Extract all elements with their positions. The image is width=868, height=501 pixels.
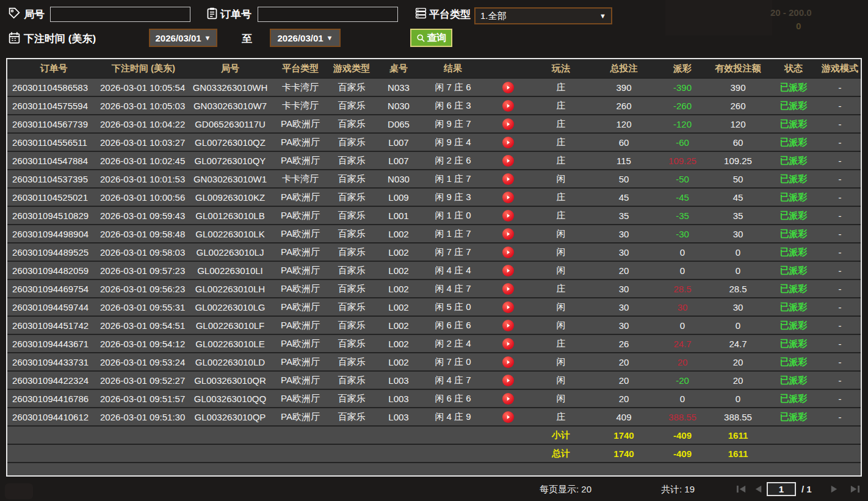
result-cell: 闲 2 庄 4	[421, 338, 485, 350]
subtotal-row: 小计 1740 -409 1611	[7, 425, 861, 444]
col-payout: 派彩	[657, 63, 708, 74]
table-no-cell: N033	[376, 82, 421, 93]
last-page-icon[interactable]	[850, 485, 860, 494]
table-no-cell: D065	[376, 119, 421, 129]
video-cell	[485, 191, 531, 203]
play-video-icon[interactable]	[502, 100, 514, 112]
game-mode-cell: -	[819, 156, 861, 166]
order-id-cell: 260301094510829	[7, 211, 100, 221]
total-bet-cell: 30	[591, 284, 657, 294]
total-bet-cell: 30	[591, 320, 657, 331]
play-video-icon[interactable]	[502, 173, 514, 185]
result-cell: 闲 9 庄 3	[421, 192, 485, 203]
table-no-cell: L007	[376, 137, 421, 148]
per-page-text: 每页显示: 20	[540, 484, 591, 496]
bet-time-cell: 2026-03-01 09:54:12	[100, 339, 187, 349]
play-video-icon[interactable]	[502, 301, 514, 313]
game-mode-cell: -	[819, 82, 861, 93]
play-video-icon[interactable]	[502, 320, 514, 331]
valid-bet-cell: 24.7	[708, 339, 768, 349]
platform-cell: PA欧洲厅	[273, 210, 327, 222]
result-cell: 闲 7 庄 7	[421, 247, 485, 258]
play-video-icon[interactable]	[502, 155, 514, 167]
table-empty-filler	[7, 462, 861, 475]
table-row: 260301094416786 2026-03-01 09:51:57 GL00…	[7, 389, 861, 407]
date-from-select[interactable]: 2026/03/01 ▼	[149, 29, 217, 47]
date-to-select[interactable]: 2026/03/01 ▼	[270, 29, 341, 47]
play-video-icon[interactable]	[502, 375, 514, 386]
status-badge: 已派彩	[768, 265, 819, 276]
bet-time-cell: 2026-03-01 10:04:22	[100, 119, 187, 129]
total-row: 总计 1740 -409 1611	[7, 444, 861, 462]
valid-bet-cell: 30	[708, 302, 768, 312]
result-cell: 闲 4 庄 9	[421, 411, 485, 423]
next-page-icon[interactable]	[829, 485, 839, 494]
query-button[interactable]: 查询	[410, 29, 452, 47]
order-no-input[interactable]	[258, 7, 398, 22]
play-video-icon[interactable]	[502, 265, 514, 276]
game-mode-cell: -	[819, 302, 861, 312]
total-bet-cell: 45	[591, 192, 657, 203]
bet-time-cell: 2026-03-01 09:57:23	[100, 265, 187, 276]
platform-cell: PA欧洲厅	[273, 411, 327, 423]
total-bet-cell: 20	[591, 394, 657, 404]
result-cell: 闲 4 庄 7	[421, 283, 485, 295]
play-type-cell: 庄	[531, 283, 591, 295]
total-bet-cell: 260	[591, 101, 657, 111]
table-row: 260301094482059 2026-03-01 09:57:23 GL00…	[7, 261, 861, 279]
play-video-icon[interactable]	[502, 118, 514, 130]
order-id-cell: 260301094451742	[7, 320, 100, 331]
platform-type-select[interactable]: 1.全部 ▼	[474, 7, 612, 24]
video-cell	[485, 392, 531, 405]
valid-bet-cell: 390	[708, 82, 768, 93]
play-video-icon[interactable]	[502, 228, 514, 240]
first-page-icon[interactable]	[736, 485, 747, 494]
date-to-value: 2026/03/01	[278, 33, 324, 43]
play-video-icon[interactable]	[502, 338, 514, 350]
table-row: 260301094410612 2026-03-01 09:51:30 GL00…	[7, 407, 861, 425]
platform-cell: PA欧洲厅	[273, 265, 327, 276]
table-row: 260301104586583 2026-03-01 10:05:54 GN03…	[7, 77, 861, 96]
play-video-icon[interactable]	[502, 247, 514, 258]
table-body: 260301104586583 2026-03-01 10:05:54 GN03…	[7, 77, 861, 425]
game-type-cell: 百家乐	[327, 393, 376, 405]
play-video-icon[interactable]	[502, 283, 514, 295]
play-video-icon[interactable]	[502, 82, 514, 93]
play-video-icon[interactable]	[502, 411, 514, 423]
pagination-bar: 每页显示: 20 共计: 19 / 1	[0, 477, 868, 501]
bet-time-cell: 2026-03-01 09:59:43	[100, 211, 187, 221]
bet-time-cell: 2026-03-01 09:53:24	[100, 357, 187, 367]
game-no-input[interactable]	[50, 7, 190, 22]
game-type-cell: 百家乐	[327, 210, 376, 222]
play-video-icon[interactable]	[502, 137, 514, 148]
payout-cell: -60	[657, 137, 708, 148]
play-video-icon[interactable]	[502, 192, 514, 203]
play-video-icon[interactable]	[502, 356, 514, 368]
table-row: 260301094459744 2026-03-01 09:55:31 GL00…	[7, 297, 861, 315]
table-no-cell: N030	[376, 174, 421, 184]
game-type-cell: 百家乐	[327, 228, 376, 240]
status-badge: 已派彩	[768, 375, 819, 386]
game-mode-cell: -	[819, 101, 861, 111]
game-type-cell: 百家乐	[327, 356, 376, 368]
play-video-icon[interactable]	[502, 210, 514, 222]
bet-time-cell: 2026-03-01 09:56:23	[100, 284, 187, 294]
play-type-cell: 闲	[531, 375, 591, 386]
payout-cell: 24.7	[657, 339, 708, 349]
table-no-cell: N030	[376, 101, 421, 111]
game-mode-cell: -	[819, 284, 861, 294]
game-no-cell: GL002263010LH	[187, 284, 273, 294]
page-input[interactable]	[767, 482, 796, 496]
bet-time-cell: 2026-03-01 09:58:03	[100, 247, 187, 258]
play-video-icon[interactable]	[502, 393, 514, 405]
bet-time-cell: 2026-03-01 09:52:27	[100, 375, 187, 386]
game-type-cell: 百家乐	[327, 155, 376, 167]
valid-bet-cell: 388.55	[708, 412, 768, 422]
chevron-down-icon: ▼	[327, 34, 333, 41]
order-id-cell: 260301094469754	[7, 284, 100, 294]
total-bet-cell: 30	[591, 302, 657, 312]
video-cell	[485, 264, 531, 276]
total-bet-cell: 60	[591, 137, 657, 148]
prev-page-icon[interactable]	[753, 485, 764, 494]
platform-cell: PA欧洲厅	[273, 338, 327, 350]
